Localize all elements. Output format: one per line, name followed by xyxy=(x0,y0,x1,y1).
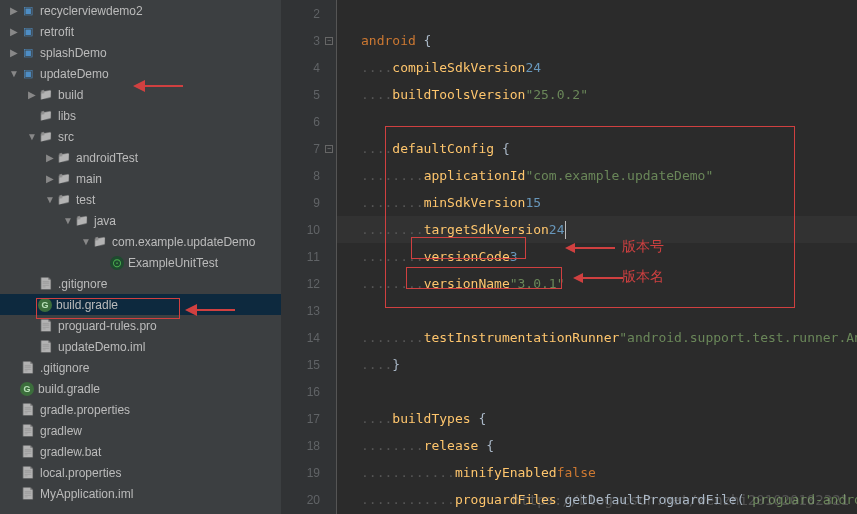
line-number: 11 xyxy=(281,243,336,270)
tree-item-label: .gitignore xyxy=(58,277,107,291)
gradle-icon xyxy=(38,298,52,312)
folder-icon xyxy=(38,87,54,103)
code-line[interactable]: ....compileSdkVersion 24 xyxy=(337,54,857,81)
line-number: 6 xyxy=(281,108,336,135)
tree-item-splashdemo[interactable]: splashDemo xyxy=(0,42,281,63)
tree-item-label: androidTest xyxy=(76,151,138,165)
code-line[interactable]: ....buildToolsVersion "25.0.2" xyxy=(337,81,857,108)
tree-item-label: MyApplication.iml xyxy=(40,487,133,501)
tree-item-java[interactable]: java xyxy=(0,210,281,231)
folder-icon xyxy=(38,129,54,145)
tree-item-proguard-rules-pro[interactable]: proguard-rules.pro xyxy=(0,315,281,336)
tree-item-gradle-properties[interactable]: gradle.properties xyxy=(0,399,281,420)
code-line[interactable] xyxy=(337,0,857,27)
line-number: 16 xyxy=(281,378,336,405)
code-line[interactable] xyxy=(337,108,857,135)
module-icon xyxy=(20,3,36,19)
code-line[interactable]: ........targetSdkVersion 24 xyxy=(337,216,857,243)
line-number: 17 xyxy=(281,405,336,432)
tree-item-local-properties[interactable]: local.properties xyxy=(0,462,281,483)
tree-item-src[interactable]: src xyxy=(0,126,281,147)
tree-item-label: .gitignore xyxy=(40,361,89,375)
module-icon xyxy=(20,45,36,61)
expand-arrow-icon[interactable] xyxy=(44,152,56,163)
expand-arrow-icon[interactable] xyxy=(44,194,56,205)
tree-item-com-example-updatedemo[interactable]: com.example.updateDemo xyxy=(0,231,281,252)
line-number: 3− xyxy=(281,27,336,54)
line-number: 4 xyxy=(281,54,336,81)
tree-item-updatedemo-iml[interactable]: updateDemo.iml xyxy=(0,336,281,357)
tree-item-recyclerviewdemo2[interactable]: recyclerviewdemo2 xyxy=(0,0,281,21)
expand-arrow-icon[interactable] xyxy=(26,89,38,100)
tree-item-main[interactable]: main xyxy=(0,168,281,189)
code-line[interactable]: ........minSdkVersion 15 xyxy=(337,189,857,216)
tree-item-label: retrofit xyxy=(40,25,74,39)
line-number: 18 xyxy=(281,432,336,459)
code-line[interactable]: ........applicationId "com.example.updat… xyxy=(337,162,857,189)
line-number: 10💡 xyxy=(281,216,336,243)
tree-item-label: src xyxy=(58,130,74,144)
tree-item-exampleunittest[interactable]: ExampleUnitTest xyxy=(0,252,281,273)
code-line[interactable] xyxy=(337,297,857,324)
expand-arrow-icon[interactable] xyxy=(80,236,92,247)
tree-item-gradlew[interactable]: gradlew xyxy=(0,420,281,441)
folder-icon xyxy=(92,234,108,250)
gradle-icon xyxy=(20,382,34,396)
expand-arrow-icon[interactable] xyxy=(8,68,20,79)
tree-item-label: splashDemo xyxy=(40,46,107,60)
project-tree[interactable]: recyclerviewdemo2retrofitsplashDemoupdat… xyxy=(0,0,281,514)
annotation-label-version-name: 版本名 xyxy=(622,268,664,286)
line-number: 14 xyxy=(281,324,336,351)
code-line[interactable]: ............minifyEnabled false xyxy=(337,459,857,486)
folder-icon xyxy=(56,171,72,187)
expand-arrow-icon[interactable] xyxy=(8,5,20,16)
fold-icon[interactable]: − xyxy=(325,145,333,153)
line-number: 12 xyxy=(281,270,336,297)
tree-item-build-gradle[interactable]: build.gradle xyxy=(0,294,281,315)
tree-item-label: build.gradle xyxy=(38,382,100,396)
line-number: 2 xyxy=(281,0,336,27)
expand-arrow-icon[interactable] xyxy=(44,173,56,184)
tree-item-updatedemo[interactable]: updateDemo xyxy=(0,63,281,84)
code-line[interactable]: ........testInstrumentationRunner "andro… xyxy=(337,324,857,351)
tree-item-label: com.example.updateDemo xyxy=(112,235,255,249)
expand-arrow-icon[interactable] xyxy=(62,215,74,226)
expand-arrow-icon[interactable] xyxy=(8,47,20,58)
code-line[interactable] xyxy=(337,378,857,405)
code-editor[interactable]: android {....compileSdkVersion 24....bui… xyxy=(337,0,857,514)
tree-item-androidtest[interactable]: androidTest xyxy=(0,147,281,168)
code-line[interactable]: android { xyxy=(337,27,857,54)
tree-item-label: recyclerviewdemo2 xyxy=(40,4,143,18)
fold-icon[interactable]: − xyxy=(325,37,333,45)
code-line[interactable]: ....} xyxy=(337,351,857,378)
tree-item-label: proguard-rules.pro xyxy=(58,319,157,333)
editor-gutter: 23−4567−8910💡11121314151617181920 xyxy=(281,0,337,514)
file-icon xyxy=(20,423,36,439)
tree-item-label: ExampleUnitTest xyxy=(128,256,218,270)
code-line[interactable]: ........release { xyxy=(337,432,857,459)
line-number: 13 xyxy=(281,297,336,324)
code-line[interactable]: ....buildTypes { xyxy=(337,405,857,432)
code-line[interactable]: ....defaultConfig { xyxy=(337,135,857,162)
expand-arrow-icon[interactable] xyxy=(26,131,38,142)
code-line[interactable]: ........versionCode 3 xyxy=(337,243,857,270)
tree-item-libs[interactable]: libs xyxy=(0,105,281,126)
tree-item-build[interactable]: build xyxy=(0,84,281,105)
file-icon xyxy=(20,360,36,376)
tree-item-label: updateDemo.iml xyxy=(58,340,145,354)
tree-item--gitignore[interactable]: .gitignore xyxy=(0,357,281,378)
tree-item--gitignore[interactable]: .gitignore xyxy=(0,273,281,294)
tree-item-label: gradlew xyxy=(40,424,82,438)
file-icon xyxy=(38,318,54,334)
tree-item-label: test xyxy=(76,193,95,207)
code-line[interactable]: ........versionName "3.0.1" xyxy=(337,270,857,297)
tree-item-gradlew-bat[interactable]: gradlew.bat xyxy=(0,441,281,462)
expand-arrow-icon[interactable] xyxy=(8,26,20,37)
tree-item-build-gradle[interactable]: build.gradle xyxy=(0,378,281,399)
tree-item-myapplication-iml[interactable]: MyApplication.iml xyxy=(0,483,281,504)
tree-item-test[interactable]: test xyxy=(0,189,281,210)
tree-item-label: libs xyxy=(58,109,76,123)
folder-icon xyxy=(56,192,72,208)
line-number: 19 xyxy=(281,459,336,486)
tree-item-retrofit[interactable]: retrofit xyxy=(0,21,281,42)
